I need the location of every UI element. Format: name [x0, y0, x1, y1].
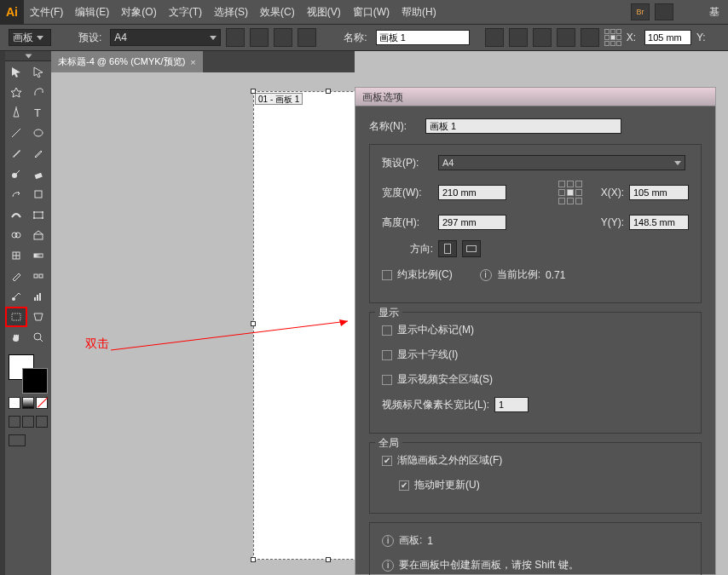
orient-landscape-button[interactable] [462, 240, 481, 257]
delete-artboard-icon[interactable] [298, 28, 316, 47]
show-center-checkbox[interactable] [382, 325, 392, 336]
artboard-name-field[interactable]: 画板 1 [376, 30, 470, 45]
magic-wand-tool[interactable] [5, 82, 27, 102]
tool-indicator[interactable]: 画板 [9, 29, 51, 46]
eraser-tool[interactable] [27, 164, 49, 184]
artboard-tool[interactable] [5, 307, 27, 327]
menu-item[interactable]: 视图(V) [301, 5, 347, 20]
artboard-label: 01 - 画板 1 [255, 93, 303, 105]
document-tab[interactable]: 未标题-4 @ 66% (CMYK/预览) × [51, 51, 203, 72]
direct-selection-tool[interactable] [27, 61, 49, 82]
selection-tool[interactable] [5, 61, 27, 82]
handle-sw[interactable] [251, 557, 256, 562]
toolbox-collapse-icon[interactable] [5, 51, 51, 61]
show-safe-checkbox[interactable] [382, 375, 392, 385]
slice-tool[interactable] [27, 307, 49, 327]
dlg-height-field[interactable]: 297 mm [438, 215, 506, 230]
graph-tool[interactable] [27, 286, 49, 307]
color-mode-icon[interactable] [9, 397, 20, 409]
arrange-icon[interactable] [655, 3, 673, 20]
artboard-options-dialog: 画板选项 名称(N): 画板 1 预设(P): A4 宽度(W): 210 mm… [355, 87, 716, 575]
orient-portrait-icon[interactable] [226, 28, 245, 47]
handle-nw[interactable] [251, 89, 256, 94]
show-center-icon[interactable] [533, 28, 552, 47]
blend-tool[interactable] [27, 266, 49, 286]
pixel-ratio-label: 视频标尺像素长宽比(L): [382, 398, 489, 412]
new-artboard-icon[interactable] [274, 28, 292, 47]
info-icon-3: i [382, 560, 394, 572]
eyedropper-tool[interactable] [5, 266, 27, 286]
dlg-height-label: 高度(H): [382, 216, 433, 230]
menu-item[interactable]: 文字(T) [163, 5, 208, 20]
menu-item[interactable]: 选择(S) [208, 5, 254, 20]
brush-tool[interactable] [5, 143, 27, 164]
dlg-preset-dropdown[interactable]: A4 [438, 155, 685, 170]
pen-tool[interactable] [5, 102, 27, 123]
x-field[interactable]: 105 mm [644, 30, 691, 45]
artboards-label: 画板: [399, 533, 422, 548]
orient-landscape-icon[interactable] [250, 28, 269, 47]
screen-mode-icon[interactable] [9, 434, 26, 446]
line-tool[interactable] [5, 123, 27, 143]
fade-checkbox[interactable] [382, 456, 392, 466]
handle-n[interactable] [326, 89, 331, 94]
none-mode-icon[interactable] [36, 397, 48, 409]
ellipse-tool[interactable] [27, 123, 49, 143]
name-label: 名称: [344, 31, 367, 45]
zoom-tool[interactable] [27, 327, 49, 348]
menu-item[interactable]: 窗口(W) [347, 5, 396, 20]
rotate-tool[interactable] [5, 184, 27, 204]
show-cross-checkbox[interactable] [382, 350, 392, 360]
free-transform-tool[interactable] [27, 204, 49, 225]
scale-tool[interactable] [27, 184, 49, 204]
svg-rect-20 [34, 274, 38, 278]
close-tab-icon[interactable]: × [190, 57, 195, 67]
draw-normal-icon[interactable] [9, 416, 20, 428]
color-swatches[interactable] [5, 351, 49, 394]
document-tab-bar: 未标题-4 @ 66% (CMYK/预览) × [51, 51, 355, 72]
menu-item[interactable]: 对象(O) [115, 5, 162, 20]
width-tool[interactable] [5, 204, 27, 225]
preset-dropdown[interactable]: A4 [110, 29, 221, 46]
symbol-spray-tool[interactable] [5, 286, 27, 307]
dlg-width-field[interactable]: 210 mm [438, 185, 506, 200]
reference-point-icon[interactable] [604, 29, 621, 46]
perspective-tool[interactable] [27, 225, 49, 245]
shape-builder-tool[interactable] [5, 225, 27, 245]
menu-item[interactable]: 效果(C) [254, 5, 301, 20]
dlg-y-label: Y(Y): [601, 216, 624, 228]
constrain-checkbox[interactable] [382, 270, 392, 280]
orient-portrait-button[interactable] [438, 240, 457, 257]
svg-line-28 [40, 339, 43, 342]
dlg-y-field[interactable]: 148.5 mm [629, 215, 689, 230]
menu-item[interactable]: 帮助(H) [396, 5, 442, 20]
pixel-ratio-field[interactable]: 1 [494, 397, 529, 412]
drag-update-checkbox[interactable] [399, 480, 409, 491]
lasso-tool[interactable] [27, 82, 49, 102]
move-art-icon[interactable] [485, 28, 504, 47]
draw-behind-icon[interactable] [22, 416, 34, 428]
show-safe-icon[interactable] [581, 28, 599, 47]
dlg-reference-point[interactable] [558, 181, 582, 204]
pencil-tool[interactable] [27, 143, 49, 164]
bridge-icon[interactable]: Br [631, 3, 650, 20]
type-tool[interactable]: T [27, 102, 49, 123]
gradient-tool[interactable] [27, 245, 49, 266]
menu-item[interactable]: 文件(F) [24, 5, 69, 20]
canvas[interactable]: 01 - 画板 1 双击 [51, 72, 355, 575]
dlg-name-label: 名称(N): [369, 119, 420, 134]
draw-inside-icon[interactable] [36, 416, 48, 428]
workspace-label[interactable]: 基 [709, 5, 719, 20]
hand-tool[interactable] [5, 327, 27, 348]
x-label: X: [627, 32, 636, 43]
menu-item[interactable]: 编辑(E) [69, 5, 115, 20]
gradient-mode-icon[interactable] [22, 397, 34, 409]
mesh-tool[interactable] [5, 245, 27, 266]
show-cross-icon[interactable] [557, 28, 575, 47]
options-icon[interactable] [509, 28, 528, 47]
dlg-name-field[interactable]: 画板 1 [425, 118, 621, 134]
stroke-swatch[interactable] [22, 368, 48, 394]
dlg-x-field[interactable]: 105 mm [629, 185, 689, 200]
handle-s[interactable] [326, 557, 331, 562]
blob-brush-tool[interactable] [5, 164, 27, 184]
